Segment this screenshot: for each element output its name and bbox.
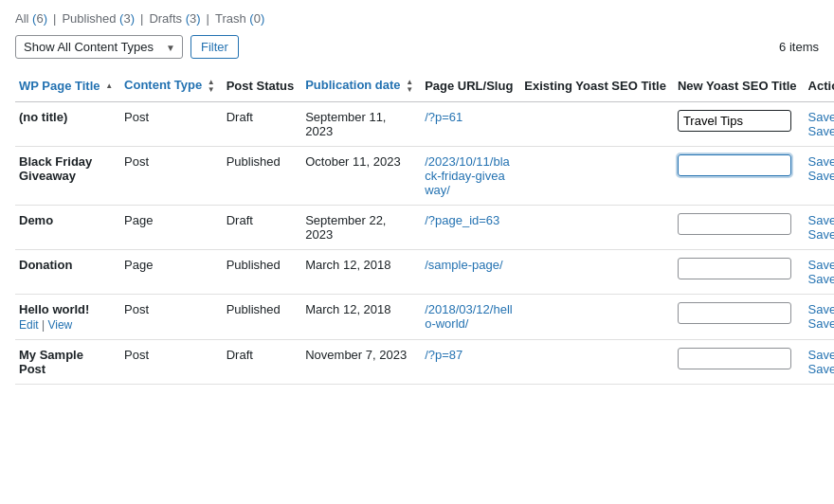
url-link-5[interactable]: /?p=87: [425, 348, 462, 362]
status-published-link[interactable]: Published (3): [62, 11, 135, 26]
cell-action-1: Save | Save all: [805, 146, 834, 205]
new-seo-input-4[interactable]: [678, 302, 791, 324]
row-title-4: Hello world!: [19, 302, 89, 316]
new-seo-input-3[interactable]: [678, 258, 791, 279]
cell-content-type-3: Page: [120, 249, 223, 294]
row-title-3: Donation: [19, 258, 72, 272]
content-table: WP Page Title ▲ Content Type ▲▼ Post Sta…: [15, 70, 834, 385]
cell-content-type-4: Post: [120, 294, 223, 339]
cell-new-seo-2: [674, 205, 805, 249]
save-all-link-1[interactable]: Save all: [808, 169, 834, 183]
save-link-5[interactable]: Save: [808, 348, 834, 362]
cell-existing-seo-0: [520, 101, 674, 146]
save-all-link-5[interactable]: Save all: [808, 362, 834, 376]
url-link-1[interactable]: /2023/10/11/black-friday-giveaway/: [425, 154, 510, 197]
cell-existing-seo-2: [520, 205, 674, 249]
save-link-2[interactable]: Save: [808, 213, 834, 227]
save-all-link-4[interactable]: Save all: [808, 316, 834, 331]
table-row: DonationPagePublishedMarch 12, 2018/samp…: [15, 249, 834, 294]
status-filter-bar: All (6) | Published (3) | Drafts (3) | T…: [15, 11, 819, 26]
save-link-3[interactable]: Save: [808, 258, 834, 272]
row-title-5: My Sample Post: [19, 348, 83, 376]
cell-new-seo-4: [674, 294, 805, 339]
new-seo-input-1[interactable]: [678, 154, 791, 176]
col-content-type-link[interactable]: Content Type: [124, 78, 202, 92]
status-drafts-label: Drafts: [149, 11, 182, 26]
filter-button[interactable]: Filter: [190, 35, 239, 59]
cell-post-status-1: Published: [223, 146, 302, 205]
content-type-dropdown[interactable]: Show All Content Types: [15, 35, 183, 59]
cell-post-status-2: Draft: [223, 205, 302, 249]
col-post-status: Post Status: [223, 70, 302, 101]
col-new-yoast: New Yoast SEO Title: [674, 70, 805, 101]
cell-action-5: Save | Save all: [805, 339, 834, 384]
row-title-0: (no title): [19, 110, 67, 124]
col-publication-date-link[interactable]: Publication date: [305, 78, 400, 92]
cell-title-0: (no title): [15, 101, 120, 146]
cell-publication-date-0: September 11, 2023: [301, 101, 421, 146]
status-all-label: All: [15, 11, 28, 26]
new-seo-input-5[interactable]: [678, 348, 791, 369]
items-count: 6 items: [779, 40, 819, 54]
cell-new-seo-0: [674, 101, 805, 146]
filter-bar: Show All Content Types ▼ Filter 6 items: [15, 35, 819, 59]
col-existing-yoast: Existing Yoast SEO Title: [520, 70, 674, 101]
save-all-link-0[interactable]: Save all: [808, 124, 834, 138]
cell-post-status-3: Published: [223, 249, 302, 294]
table-body: (no title)PostDraftSeptember 11, 2023/?p…: [15, 101, 834, 384]
cell-title-4: Hello world!Edit | View: [15, 294, 120, 339]
cell-existing-seo-5: [520, 339, 674, 384]
col-page-url: Page URL/Slug: [421, 70, 520, 101]
url-link-2[interactable]: /?page_id=63: [425, 213, 499, 227]
cell-new-seo-3: [674, 249, 805, 294]
cell-content-type-1: Post: [120, 146, 223, 205]
url-link-0[interactable]: /?p=61: [425, 110, 462, 124]
table-header-row: WP Page Title ▲ Content Type ▲▼ Post Sta…: [15, 70, 834, 101]
cell-post-status-0: Draft: [223, 101, 302, 146]
cell-post-status-5: Draft: [223, 339, 302, 384]
cell-new-seo-1: [674, 146, 805, 205]
cell-url-3: /sample-page/: [421, 249, 520, 294]
status-all-link[interactable]: All (6): [15, 11, 47, 26]
save-all-link-3[interactable]: Save all: [808, 272, 834, 286]
save-all-link-2[interactable]: Save all: [808, 227, 834, 242]
table-row: Hello world!Edit | ViewPostPublishedMarc…: [15, 294, 834, 339]
status-trash-label: Trash: [215, 11, 246, 26]
col-wp-page-title-link[interactable]: WP Page Title: [19, 79, 100, 93]
status-drafts-link[interactable]: Drafts (3): [149, 11, 200, 26]
save-link-1[interactable]: Save: [808, 154, 834, 169]
save-link-0[interactable]: Save: [808, 110, 834, 124]
content-type-dropdown-wrap: Show All Content Types ▼: [15, 35, 183, 59]
cell-action-4: Save | Save all: [805, 294, 834, 339]
cell-content-type-5: Post: [120, 339, 223, 384]
url-link-3[interactable]: /sample-page/: [425, 258, 502, 272]
col-content-type: Content Type ▲▼: [120, 70, 223, 101]
cell-url-5: /?p=87: [421, 339, 520, 384]
cell-url-1: /2023/10/11/black-friday-giveaway/: [421, 146, 520, 205]
cell-existing-seo-3: [520, 249, 674, 294]
row-action-edit-4[interactable]: Edit: [19, 318, 39, 332]
row-actions-4: Edit | View: [19, 318, 113, 332]
table-row: Black Friday GiveawayPostPublishedOctobe…: [15, 146, 834, 205]
col-wp-page-title: WP Page Title ▲: [15, 70, 120, 101]
status-trash-link[interactable]: Trash (0): [215, 11, 264, 26]
cell-content-type-2: Page: [120, 205, 223, 249]
cell-content-type-0: Post: [120, 101, 223, 146]
cell-url-0: /?p=61: [421, 101, 520, 146]
cell-url-4: /2018/03/12/hello-world/: [421, 294, 520, 339]
status-published-count: 3: [123, 11, 130, 26]
url-link-4[interactable]: /2018/03/12/hello-world/: [425, 302, 513, 331]
status-published-label: Published: [62, 11, 116, 26]
table-row: DemoPageDraftSeptember 22, 2023/?page_id…: [15, 205, 834, 249]
cell-action-3: Save | Save all: [805, 249, 834, 294]
cell-existing-seo-4: [520, 294, 674, 339]
new-seo-input-0[interactable]: [678, 110, 791, 132]
table-row: My Sample PostPostDraftNovember 7, 2023/…: [15, 339, 834, 384]
row-action-view-4[interactable]: View: [47, 318, 72, 332]
new-seo-input-2[interactable]: [678, 213, 791, 235]
cell-post-status-4: Published: [223, 294, 302, 339]
sort-arrows-type: ▲▼: [208, 79, 215, 94]
row-title-1: Black Friday Giveaway: [19, 154, 92, 183]
cell-url-2: /?page_id=63: [421, 205, 520, 249]
save-link-4[interactable]: Save: [808, 302, 834, 316]
